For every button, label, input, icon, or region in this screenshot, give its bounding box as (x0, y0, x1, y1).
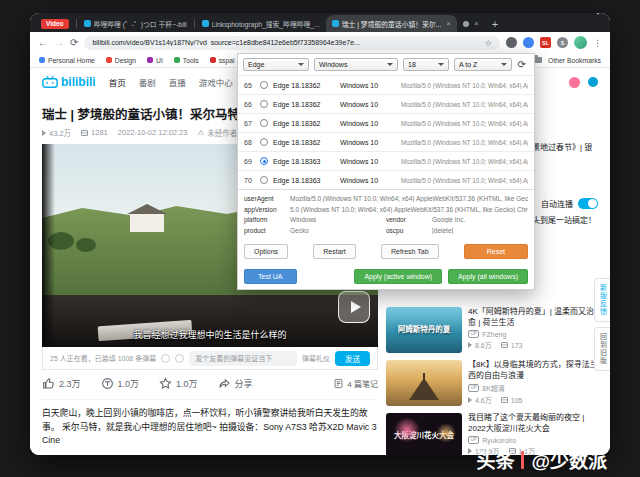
forward-button[interactable]: → (54, 38, 64, 48)
tab-search-result[interactable]: Linksphotograph_搜索_哔哩哔哩_... (196, 15, 326, 32)
bookmark-favicon (174, 57, 180, 63)
ua-row[interactable]: 68 Edge 18.18362 Windows 10 Mozilla/5.0 … (238, 132, 534, 151)
danmaku-input[interactable] (189, 351, 297, 366)
browser-menu-button[interactable]: ⋮ (593, 38, 602, 48)
bookmark-item[interactable]: Design (106, 57, 136, 64)
ua-string: Mozilla/5.0 (Windows NT 10.0; Win64; x64… (401, 158, 528, 165)
bookmark-label: sspai (219, 57, 235, 64)
restart-button[interactable]: Restart (313, 244, 356, 259)
test-ua-button[interactable]: Test UA (244, 269, 297, 284)
bilibili-favicon (84, 20, 91, 27)
thumbs-up-icon (42, 377, 55, 390)
ua-os: Windows 10 (340, 158, 396, 165)
tab-close-icon[interactable]: × (474, 20, 479, 28)
bookmark-item[interactable]: sspai (210, 57, 235, 64)
related-video-card[interactable]: 【8K】以身临其境的方式，探寻法兰西的自由与浪漫 UP8K超清 4.6万 105 (386, 360, 598, 406)
nav-live[interactable]: 直播 (169, 76, 186, 88)
play-button[interactable] (338, 291, 370, 323)
extension-icon-sl[interactable]: SL (540, 37, 551, 48)
browser-toolbar: ← → ⟳ bilibili.com/video/BV1s14y187Ny/?v… (30, 32, 610, 53)
ua-string: Mozilla/5.0 (Windows NT 10.0; Win64; x64… (401, 82, 528, 89)
danmaku-style-icon[interactable] (175, 354, 184, 363)
refresh-tab-button[interactable]: Refresh Tab (381, 244, 439, 259)
danmaku-settings-icon[interactable] (161, 354, 170, 363)
ua-radio-selected[interactable] (260, 157, 268, 165)
oscpu-delete-link[interactable]: [delete] (432, 227, 528, 234)
options-button[interactable]: Options (244, 244, 288, 259)
autoplay-toggle[interactable] (578, 198, 598, 209)
related-author[interactable]: 8K超清 (482, 383, 505, 393)
like-button[interactable]: 2.3万 (42, 377, 81, 390)
related-author[interactable]: Ryukorolro (482, 437, 516, 444)
back-to-old-version-button[interactable]: 回到旧版 (594, 327, 610, 371)
tab-close-icon[interactable]: × (446, 20, 451, 28)
refresh-list-icon[interactable]: ⟳ (518, 59, 529, 70)
video-thumbnail (386, 360, 462, 406)
bookmark-item[interactable]: UI (147, 57, 163, 64)
limit-select[interactable]: 18 (403, 58, 449, 71)
ua-row[interactable]: 70 Edge 18.18363 Windows 10 Mozilla/5.0 … (238, 170, 534, 189)
extension-icon-s[interactable]: S (557, 37, 568, 48)
other-bookmarks-button[interactable]: Other Bookmarks (548, 57, 601, 64)
ua-radio[interactable] (260, 119, 268, 127)
nav-game-center[interactable]: 游戏中心 (199, 76, 233, 88)
ua-row[interactable]: 66 Edge 18.18362 Windows 10 Mozilla/5.0 … (238, 94, 534, 113)
tab-search-menu-button[interactable] (595, 15, 605, 33)
os-filter-select[interactable]: Windows (314, 58, 398, 71)
profile-avatar[interactable] (574, 36, 587, 49)
new-version-feedback-button[interactable]: 新版反馈 (594, 278, 610, 322)
sort-select[interactable]: A to Z (454, 58, 512, 71)
video-actions: 2.3万 1.0万 1.0万 分享 (42, 377, 378, 390)
ua-radio[interactable] (260, 100, 268, 108)
generic-favicon (463, 21, 469, 27)
nav-home[interactable]: 首页 (109, 76, 126, 88)
reset-button[interactable]: Reset (464, 244, 528, 259)
ua-radio[interactable] (260, 138, 268, 146)
extension-icon-1[interactable] (506, 37, 517, 48)
coin-button[interactable]: 1.0万 (101, 377, 140, 390)
favorite-button[interactable]: 1.0万 (159, 377, 198, 390)
ua-row[interactable]: 67 Edge 18.18362 Windows 10 Mozilla/5.0 … (238, 113, 534, 132)
ua-row-number: 69 (244, 158, 255, 165)
new-tab-button[interactable]: + (485, 18, 505, 30)
autoplay-label: 自动连播 (541, 198, 573, 209)
user-avatar-icon[interactable] (569, 77, 580, 88)
header-message-icon[interactable] (588, 77, 598, 87)
tab-other[interactable]: × (457, 15, 485, 32)
tab-video[interactable]: Video (35, 15, 75, 32)
share-button[interactable]: 分享 (218, 377, 253, 390)
browser-filter-select[interactable]: Edge (243, 58, 309, 71)
scene-window-frame (42, 144, 55, 347)
version-feedback-widget: 新版反馈 回到旧版 (594, 278, 610, 371)
send-danmaku-button[interactable]: 发送 (335, 351, 370, 366)
related-title: 【8K】以身临其境的方式，探寻法兰西的自由与浪漫 (468, 360, 598, 381)
browser-filter-value: Edge (248, 61, 264, 68)
reload-button[interactable]: ⟳ (70, 38, 78, 48)
ua-radio[interactable] (260, 176, 268, 184)
bookmark-star-icon[interactable]: ☆ (484, 38, 492, 48)
extension-icon-2[interactable] (523, 37, 534, 48)
back-button[interactable]: ← (38, 38, 48, 48)
ua-row[interactable]: 65 Edge 18.18362 Windows 10 Mozilla/5.0 … (238, 75, 534, 94)
related-author[interactable]: FZheng (482, 331, 506, 338)
ua-row-selected[interactable]: 69 Edge 18.18363 Windows 10 Mozilla/5.0 … (238, 151, 534, 170)
tab-bilibili-home[interactable]: 哔哩哔哩 (゜-゜)つロ 干杯~-bili (78, 15, 193, 32)
ua-radio[interactable] (260, 81, 268, 89)
video-favicon-badge: Video (41, 19, 69, 29)
bookmark-item[interactable]: Personal Home (39, 57, 95, 64)
apply-active-window-button[interactable]: Apply (active window) (354, 269, 442, 284)
apply-all-windows-button[interactable]: Apply (all windows) (448, 269, 528, 284)
related-video-card[interactable]: 阿姆斯特丹的夏 4K「阿姆斯特丹的夏」| 温柔而又治愈 | 荷兰生活 UPFZh… (386, 307, 598, 353)
nav-anime[interactable]: 番剧 (139, 76, 156, 88)
bilibili-logo[interactable]: bilibili (42, 75, 96, 89)
tab-current-video[interactable]: 瑞士 | 梦境般的童话小镇！采尔... × (326, 15, 457, 32)
address-bar[interactable]: bilibili.com/video/BV1s14y187Ny/?vd_sour… (84, 36, 500, 50)
danmaku-etiquette-link[interactable]: 弹幕礼仪 (302, 353, 330, 363)
bookmark-favicon (106, 57, 112, 63)
notes-button[interactable]: 4 篇笔记 (333, 378, 378, 389)
chevron-down-icon (595, 13, 601, 32)
platform-label: platform (244, 216, 286, 223)
ua-string: Mozilla/5.0 (Windows NT 10.0; Win64; x64… (401, 120, 528, 127)
bookmark-item[interactable]: Tools (174, 57, 199, 64)
video-thumbnail: 阿姆斯特丹的夏 (386, 307, 462, 353)
